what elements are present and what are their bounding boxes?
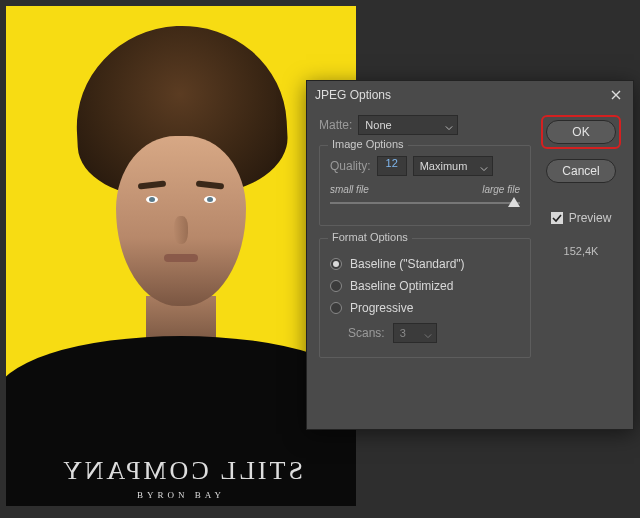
quality-slider[interactable] bbox=[330, 197, 520, 211]
slider-large-label: large file bbox=[482, 184, 520, 195]
scans-value: 3 bbox=[400, 327, 406, 339]
preview-checkbox[interactable] bbox=[551, 212, 563, 224]
dialog-titlebar[interactable]: JPEG Options bbox=[307, 81, 633, 109]
jpeg-options-dialog: JPEG Options OK Cancel Preview 152,4K Ma… bbox=[306, 80, 634, 430]
cancel-button[interactable]: Cancel bbox=[546, 159, 616, 183]
slider-small-label: small file bbox=[330, 184, 369, 195]
close-button[interactable] bbox=[607, 86, 625, 104]
matte-label: Matte: bbox=[319, 118, 352, 132]
radio-label-optimized: Baseline Optimized bbox=[350, 279, 453, 293]
portrait-photo: STILL COMPANY BYRON BAY bbox=[6, 6, 356, 506]
matte-value: None bbox=[365, 119, 391, 131]
scans-select: 3 bbox=[393, 323, 437, 343]
quality-preset-value: Maximum bbox=[420, 160, 468, 172]
radio-icon bbox=[330, 258, 342, 270]
radio-baseline-standard[interactable]: Baseline ("Standard") bbox=[330, 257, 520, 271]
quality-input[interactable]: 12 bbox=[377, 156, 407, 176]
button-column: OK Cancel Preview 152,4K bbox=[541, 115, 621, 257]
shirt-text: STILL COMPANY BYRON BAY bbox=[6, 456, 356, 500]
slider-track bbox=[330, 202, 520, 204]
checkmark-icon bbox=[552, 213, 562, 223]
radio-icon bbox=[330, 302, 342, 314]
shirt-line1: STILL COMPANY bbox=[60, 456, 303, 486]
photo-shirt: STILL COMPANY BYRON BAY bbox=[6, 336, 356, 506]
chevron-down-icon bbox=[480, 163, 488, 175]
filesize-readout: 152,4K bbox=[564, 245, 599, 257]
image-options-legend: Image Options bbox=[328, 138, 408, 150]
quality-preset-select[interactable]: Maximum bbox=[413, 156, 493, 176]
ok-highlight: OK bbox=[541, 115, 621, 149]
radio-baseline-optimized[interactable]: Baseline Optimized bbox=[330, 279, 520, 293]
format-options-group: Format Options Baseline ("Standard") Bas… bbox=[319, 238, 531, 358]
radio-label-standard: Baseline ("Standard") bbox=[350, 257, 465, 271]
image-options-group: Image Options Quality: 12 Maximum small … bbox=[319, 145, 531, 226]
radio-progressive[interactable]: Progressive bbox=[330, 301, 520, 315]
slider-thumb[interactable] bbox=[508, 197, 520, 207]
dialog-title: JPEG Options bbox=[315, 88, 391, 102]
photo-face bbox=[116, 136, 246, 306]
format-options-legend: Format Options bbox=[328, 231, 412, 243]
shirt-line2: BYRON BAY bbox=[6, 490, 356, 500]
quality-label: Quality: bbox=[330, 159, 371, 173]
ok-button[interactable]: OK bbox=[546, 120, 616, 144]
chevron-down-icon bbox=[445, 122, 453, 134]
matte-select[interactable]: None bbox=[358, 115, 458, 135]
chevron-down-icon bbox=[424, 330, 432, 342]
scans-label: Scans: bbox=[348, 326, 385, 340]
radio-icon bbox=[330, 280, 342, 292]
radio-label-progressive: Progressive bbox=[350, 301, 413, 315]
close-icon bbox=[611, 90, 621, 100]
preview-label: Preview bbox=[569, 211, 612, 225]
